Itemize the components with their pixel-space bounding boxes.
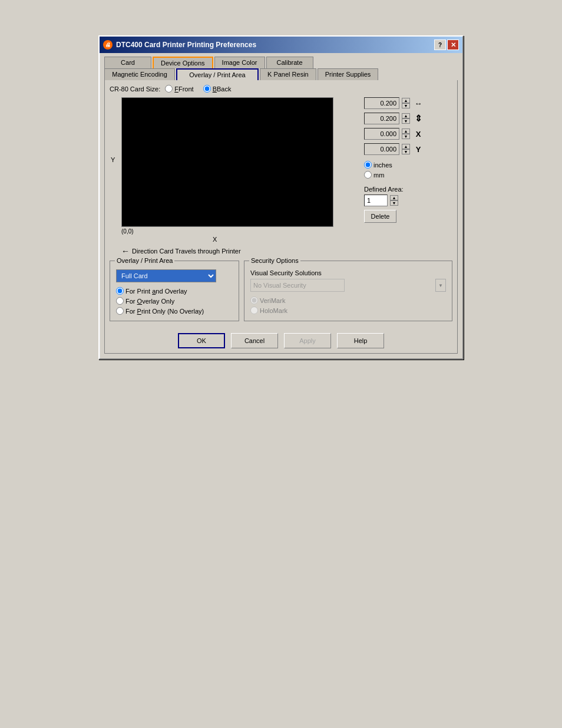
card-preview [121,97,333,227]
ok-button[interactable]: OK [178,333,225,348]
tab-image-color[interactable]: Image Color [214,57,265,68]
tab-overlay-print-area[interactable]: Overlay / Print Area [176,68,259,80]
x-spinners: ▲ ▼ [402,129,410,139]
back-radio-item[interactable]: BBack [203,85,232,93]
x-icon: X [412,130,424,139]
visual-security-label: Visual Security Solutions [250,269,446,276]
width-down-button[interactable]: ▼ [402,103,410,108]
x-input[interactable] [364,128,399,140]
height-up-button[interactable]: ▲ [402,113,410,118]
overlay-print-area-group: Overlay / Print Area Full Card Defined A… [110,261,239,321]
for-print-and-overlay-radio[interactable] [116,287,124,295]
overlay-select[interactable]: Full Card Defined Area [116,269,216,282]
for-print-only-label: For Print Only (No Overlay) [125,308,204,315]
mm-radio[interactable] [364,171,372,179]
tab-calibrate[interactable]: Calibrate [266,57,313,68]
help-title-button[interactable]: ? [434,39,446,50]
card-size-label: CR-80 Card Size: [110,85,160,93]
title-buttons: ? ✕ [434,39,459,50]
tab-k-panel-resin[interactable]: K Panel Resin [260,68,316,80]
arrow-left-icon: ← [121,246,130,256]
height-down-button[interactable]: ▼ [402,118,410,124]
overlay-select-wrapper: Full Card Defined Area [116,269,216,282]
back-radio[interactable] [203,85,211,93]
front-radio[interactable] [165,85,173,93]
width-input[interactable] [364,97,399,109]
tabs-row-2: Magnetic Encoding Overlay / Print Area K… [104,68,458,80]
right-panel: ▲ ▼ ↔ ▲ ▼ ⇕ [364,97,452,256]
for-print-and-overlay-label: For Print and Overlay [125,288,187,295]
y-row: ▲ ▼ Y [364,143,452,155]
units-group: inches mm [364,161,452,179]
tabs-row-1: Card Device Options Image Color Calibrat… [104,57,458,68]
height-input[interactable] [364,113,399,124]
delete-button[interactable]: Delete [364,210,396,223]
main-window: 🖨 DTC400 Card Printer Printing Preferenc… [98,35,464,360]
cancel-button[interactable]: Cancel [231,333,278,348]
origin-label: (0,0) [121,228,359,235]
inches-radio-item[interactable]: inches [364,161,452,169]
security-options-group: Security Options Visual Security Solutio… [244,261,452,321]
x-axis-label: X [121,236,359,243]
defined-area-down-button[interactable]: ▼ [390,200,398,206]
direction-label: ← Direction Card Travels through Printer [110,246,359,256]
defined-area-label: Defined Area: [364,186,452,193]
for-print-and-overlay-item[interactable]: For Print and Overlay [116,287,233,295]
tab-device-options[interactable]: Device Options [153,57,213,68]
x-down-button[interactable]: ▼ [402,134,410,139]
window-body: Card Device Options Image Color Calibrat… [100,53,462,358]
verimark-label: VeriMark [260,297,285,304]
width-spinners: ▲ ▼ [402,98,410,108]
security-select: No Visual Security [250,279,345,292]
y-down-button[interactable]: ▼ [402,149,410,154]
inches-radio[interactable] [364,161,372,169]
height-spinners: ▲ ▼ [402,113,410,124]
security-radio-group: VeriMark HoloMark [250,297,446,314]
holomark-radio[interactable] [250,307,258,314]
defined-area-section: Defined Area: ▲ ▼ Delete [364,186,452,223]
tab-printer-supplies[interactable]: Printer Supplies [318,68,379,80]
y-input[interactable] [364,143,399,155]
apply-button[interactable]: Apply [284,333,331,348]
bottom-section: Overlay / Print Area Full Card Defined A… [110,261,452,321]
mm-label: mm [373,172,384,179]
for-print-only-radio[interactable] [116,307,124,315]
y-up-button[interactable]: ▲ [402,144,410,149]
y-icon: Y [412,145,424,154]
for-overlay-only-item[interactable]: For Overlay Only [116,297,233,305]
mm-radio-item[interactable]: mm [364,171,452,179]
tab-card[interactable]: Card [104,57,151,68]
holomark-label: HoloMark [260,307,287,314]
main-layout: Y (0,0) X ← Direction Card Travels throu… [110,97,452,256]
title-bar: 🖨 DTC400 Card Printer Printing Preferenc… [100,37,462,53]
canvas-bottom-labels: (0,0) X [110,228,359,243]
back-radio-label: BBack [213,85,232,93]
tab-magnetic-encoding[interactable]: Magnetic Encoding [104,68,175,80]
tab-content: CR-80 Card Size: FFront BBack [104,80,458,354]
close-title-button[interactable]: ✕ [447,39,459,50]
holomark-radio-item[interactable]: HoloMark [250,307,446,314]
overlay-group-title: Overlay / Print Area [115,257,174,264]
security-select-wrapper: No Visual Security ▼ [250,279,446,292]
front-radio-item[interactable]: FFront [165,85,193,93]
width-row: ▲ ▼ ↔ [364,97,452,109]
width-up-button[interactable]: ▲ [402,98,410,103]
card-size-radio-group: FFront BBack [165,85,231,93]
printer-icon: 🖨 [103,40,113,50]
defined-area-up-button[interactable]: ▲ [390,195,398,200]
defined-area-spinners: ▲ ▼ [390,195,398,206]
verimark-radio[interactable] [250,297,258,304]
help-button[interactable]: Help [337,333,384,348]
x-up-button[interactable]: ▲ [402,129,410,134]
defined-area-input[interactable] [364,195,388,206]
card-size-row: CR-80 Card Size: FFront BBack [110,85,452,93]
verimark-radio-item[interactable]: VeriMark [250,297,446,304]
for-print-only-item[interactable]: For Print Only (No Overlay) [116,307,233,315]
window-title: DTC400 Card Printer Printing Preferences [116,41,256,49]
defined-area-input-row: ▲ ▼ [364,195,452,206]
y-axis-label: Y [111,156,115,163]
for-overlay-only-radio[interactable] [116,297,124,305]
front-radio-label: FFront [174,85,193,93]
inches-label: inches [373,162,392,169]
overlay-radio-group: For Print and Overlay For Overlay Only F… [116,287,233,315]
